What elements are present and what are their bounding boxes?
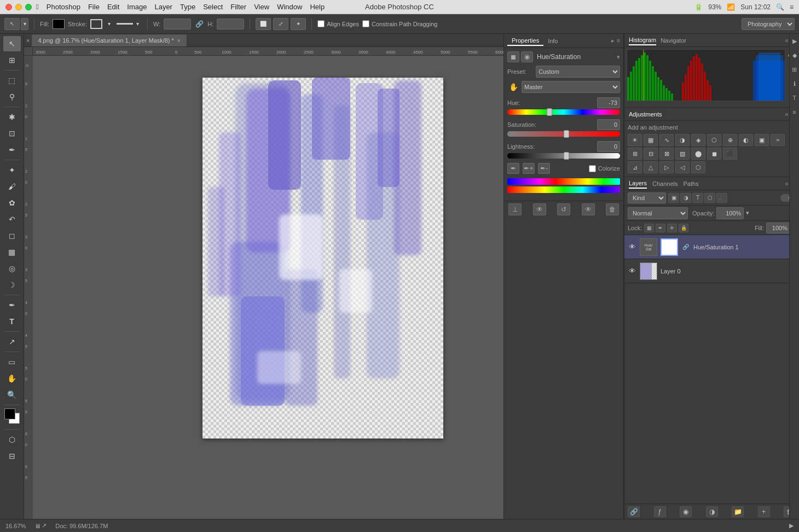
artboard-tool[interactable]: ⊞ xyxy=(3,52,21,68)
rectangle-tool[interactable]: ▭ xyxy=(3,354,21,370)
close-button[interactable] xyxy=(5,4,12,10)
saturation-track[interactable] xyxy=(507,131,620,137)
vector-mask-btn[interactable]: ◉ xyxy=(521,51,533,62)
adj-posterize-btn[interactable]: ⊟ xyxy=(644,148,658,160)
layers-kind-select[interactable]: Kind xyxy=(628,192,666,203)
dodge-tool[interactable]: ☽ xyxy=(3,277,21,293)
status-icon-2[interactable]: ↗ xyxy=(42,522,47,529)
hue-track[interactable] xyxy=(507,109,620,115)
layer-link-icon[interactable]: 🔗 xyxy=(681,243,690,252)
hist-tool-6[interactable]: ≡ xyxy=(791,107,798,117)
tab-close-prev[interactable]: × xyxy=(26,37,32,44)
text-tool[interactable]: T xyxy=(3,314,21,329)
eyedropper-btn-3[interactable]: ✒- xyxy=(538,163,550,174)
search-icon[interactable]: 🔍 xyxy=(776,3,784,11)
view-prev-btn[interactable]: 👁 xyxy=(533,203,546,215)
delete-adj-btn[interactable]: 🗑 xyxy=(606,203,619,215)
menu-select[interactable]: Select xyxy=(203,3,223,11)
zoom-tool[interactable]: 🔍 xyxy=(3,387,21,402)
link-layers-btn[interactable]: 🔗 xyxy=(628,506,640,517)
filter-type-btn[interactable]: T xyxy=(692,193,703,203)
adj-btn-a5[interactable]: ⬡ xyxy=(691,161,705,173)
lock-all-btn[interactable]: 🔒 xyxy=(679,224,688,232)
hist-tool-4[interactable]: ℹ xyxy=(791,79,798,89)
lock-position-btn[interactable]: ✛ xyxy=(667,224,677,232)
layer-item-0[interactable]: 👁 Layer 0 xyxy=(624,259,799,283)
marquee-tool[interactable]: ⬚ xyxy=(3,73,21,88)
new-fill-adj-btn[interactable]: ◑ xyxy=(706,506,718,517)
move-tool[interactable]: ↖ xyxy=(3,36,21,51)
adj-exposure-btn[interactable]: ◑ xyxy=(675,134,690,146)
path-btn-2[interactable]: ⤢ xyxy=(273,18,288,30)
selection-tool-btn[interactable]: ↖ xyxy=(4,18,20,30)
link-dimensions-btn[interactable]: 🔗 xyxy=(194,19,204,29)
align-edges-input[interactable] xyxy=(317,20,325,27)
panel-menu-icon[interactable]: ≡ xyxy=(617,37,620,44)
adj-solidcolor-btn[interactable]: ◼ xyxy=(707,148,721,160)
tab-properties[interactable]: Properties xyxy=(507,36,543,46)
constrain-path-checkbox[interactable]: Constrain Path Dragging xyxy=(362,20,437,27)
stroke-width-dropdown[interactable]: ▾ xyxy=(134,18,142,30)
properties-expand[interactable]: ▾ xyxy=(617,54,620,61)
adj-mixer-btn[interactable]: ≈ xyxy=(771,134,785,146)
tab-close-btn[interactable]: × xyxy=(177,38,181,44)
channels-tab[interactable]: Channels xyxy=(652,179,678,188)
hand-tool[interactable]: ✋ xyxy=(3,371,21,386)
crop-tool[interactable]: ⊡ xyxy=(3,126,21,141)
menu-filter[interactable]: Filter xyxy=(230,3,246,11)
colorize-checkbox[interactable] xyxy=(589,165,596,172)
quick-mask-btn[interactable]: ⬡ xyxy=(3,432,21,447)
hue-value[interactable]: -73 xyxy=(597,97,620,108)
layer-item-huesat[interactable]: 👁 Hue/Sat 🔗 Hue/Saturation 1 xyxy=(624,235,799,259)
hist-tool-1[interactable]: ▶ xyxy=(791,36,798,46)
clip-to-layer-btn[interactable]: ⊥ xyxy=(508,203,522,215)
adj-colorbalance-btn[interactable]: ⊕ xyxy=(723,134,737,146)
brush-tool[interactable]: 🖌 xyxy=(3,179,21,194)
pen-tool[interactable]: ✒ xyxy=(3,297,21,313)
adj-brightness-btn[interactable]: ☀ xyxy=(628,134,642,146)
layer-visibility-2[interactable]: 👁 xyxy=(628,267,636,276)
menu-photoshop[interactable]: Photoshop xyxy=(47,3,80,11)
traffic-lights[interactable] xyxy=(5,4,32,10)
constrain-path-input[interactable] xyxy=(362,20,369,27)
saturation-thumb[interactable] xyxy=(564,130,569,138)
minimize-button[interactable] xyxy=(15,4,22,10)
screen-mode-btn[interactable]: ⊟ xyxy=(3,448,21,464)
status-arrow[interactable]: ▶ xyxy=(789,522,794,529)
menu-window[interactable]: Window xyxy=(277,3,302,11)
eyedropper-tool[interactable]: ✒ xyxy=(3,142,21,157)
colorize-label[interactable]: Colorize xyxy=(589,165,620,172)
adj-threshold-btn[interactable]: ⊠ xyxy=(659,148,674,160)
width-input[interactable] xyxy=(164,19,191,30)
document-tab[interactable]: 4.png @ 16.7% (Hue/Saturation 1, Layer M… xyxy=(32,34,186,46)
adj-levels-btn[interactable]: ▦ xyxy=(644,134,658,146)
tool-dropdown-btn[interactable]: ▾ xyxy=(21,18,28,30)
reset-btn[interactable]: ↺ xyxy=(557,203,570,215)
lasso-tool[interactable]: ⚲ xyxy=(3,89,21,104)
healing-tool[interactable]: ✦ xyxy=(3,162,21,178)
filter-shape-btn[interactable]: ⬡ xyxy=(704,193,715,203)
layers-tab[interactable]: Layers xyxy=(629,179,647,189)
adj-pattern-btn[interactable]: ⬛ xyxy=(723,148,737,160)
align-edges-checkbox[interactable]: Align Edges xyxy=(317,20,359,27)
blend-mode-select[interactable]: Normal xyxy=(628,207,688,219)
histogram-tab[interactable]: Histogram xyxy=(629,36,656,45)
stroke-color-swatch[interactable] xyxy=(90,19,102,29)
lightness-track[interactable] xyxy=(507,153,620,159)
adj-curves-btn[interactable]: ∿ xyxy=(659,134,674,146)
adj-photo-btn[interactable]: ▣ xyxy=(755,134,769,146)
path-btn-3[interactable]: ✦ xyxy=(291,18,306,30)
opacity-dropdown-btn[interactable]: ▾ xyxy=(746,209,749,217)
hist-collapse-btn[interactable]: « xyxy=(785,37,789,44)
tool-selector[interactable]: ↖ ▾ xyxy=(4,18,28,30)
menu-icon[interactable]: ≡ xyxy=(790,3,794,11)
paths-tab[interactable]: Paths xyxy=(684,179,699,188)
channel-select[interactable]: Master xyxy=(522,81,620,93)
target-hand-icon[interactable]: ✋ xyxy=(507,81,519,93)
lock-transparent-btn[interactable]: ▦ xyxy=(644,224,654,232)
adj-collapse-btn[interactable]: « xyxy=(785,110,789,118)
path-btn-1[interactable]: ⬜ xyxy=(256,18,271,30)
eraser-tool[interactable]: ◻ xyxy=(3,228,21,243)
menu-help[interactable]: Help xyxy=(310,3,325,11)
canvas-scroll-area[interactable] xyxy=(33,56,503,519)
